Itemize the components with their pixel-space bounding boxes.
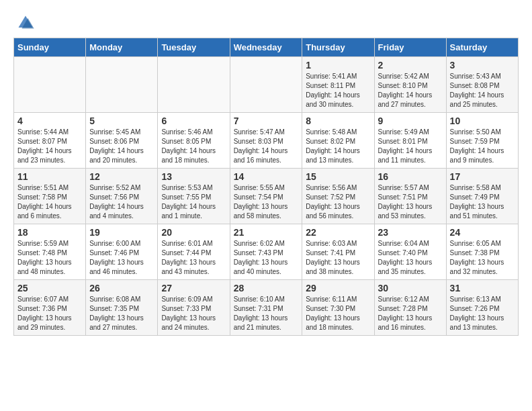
cell-info: Sunrise: 5:56 AMSunset: 7:52 PMDaylight:… [306, 183, 370, 221]
cell-date-number: 17 [450, 171, 515, 182]
weekday-header-wednesday: Wednesday [230, 38, 302, 57]
cell-info: Sunrise: 6:04 AMSunset: 7:40 PMDaylight:… [378, 239, 443, 277]
cell-info: Sunrise: 5:41 AMSunset: 8:11 PMDaylight:… [306, 72, 370, 109]
cell-info: Sunrise: 5:51 AMSunset: 7:58 PMDaylight:… [17, 183, 82, 221]
calendar-cell: 8Sunrise: 5:48 AMSunset: 8:02 PMDaylight… [302, 113, 374, 169]
calendar-cell: 28Sunrise: 6:10 AMSunset: 7:31 PMDayligh… [230, 280, 302, 336]
calendar-cell: 31Sunrise: 6:13 AMSunset: 7:26 PMDayligh… [446, 280, 518, 336]
cell-date-number: 3 [450, 60, 515, 71]
week-row-1: 1Sunrise: 5:41 AMSunset: 8:11 PMDaylight… [14, 57, 519, 113]
calendar-cell: 13Sunrise: 5:53 AMSunset: 7:55 PMDayligh… [158, 169, 230, 224]
calendar-cell: 3Sunrise: 5:43 AMSunset: 8:08 PMDaylight… [446, 57, 518, 113]
cell-date-number: 14 [234, 171, 299, 182]
logo [13, 13, 35, 32]
calendar-cell: 21Sunrise: 6:02 AMSunset: 7:43 PMDayligh… [230, 224, 302, 280]
cell-info: Sunrise: 6:01 AMSunset: 7:44 PMDaylight:… [161, 239, 226, 277]
cell-info: Sunrise: 5:57 AMSunset: 7:51 PMDaylight:… [378, 183, 443, 221]
cell-date-number: 25 [17, 283, 82, 293]
logo-icon [16, 13, 35, 32]
calendar-cell: 10Sunrise: 5:50 AMSunset: 7:59 PMDayligh… [446, 113, 518, 169]
cell-info: Sunrise: 5:55 AMSunset: 7:54 PMDaylight:… [234, 183, 299, 221]
cell-info: Sunrise: 5:49 AMSunset: 8:01 PMDaylight:… [378, 128, 443, 165]
cell-date-number: 26 [89, 283, 154, 293]
cell-date-number: 6 [161, 116, 226, 126]
calendar-cell: 15Sunrise: 5:56 AMSunset: 7:52 PMDayligh… [302, 169, 374, 224]
cell-info: Sunrise: 5:52 AMSunset: 7:56 PMDaylight:… [89, 183, 154, 221]
cell-date-number: 10 [450, 116, 515, 126]
cell-info: Sunrise: 5:43 AMSunset: 8:08 PMDaylight:… [450, 72, 515, 109]
weekday-header-friday: Friday [374, 38, 446, 57]
cell-info: Sunrise: 5:42 AMSunset: 8:10 PMDaylight:… [378, 72, 443, 109]
cell-info: Sunrise: 5:59 AMSunset: 7:48 PMDaylight:… [17, 239, 82, 277]
cell-info: Sunrise: 6:10 AMSunset: 7:31 PMDaylight:… [234, 295, 299, 332]
cell-info: Sunrise: 5:48 AMSunset: 8:02 PMDaylight:… [306, 128, 370, 165]
cell-date-number: 12 [89, 171, 154, 182]
calendar-cell: 19Sunrise: 6:00 AMSunset: 7:46 PMDayligh… [86, 224, 158, 280]
cell-date-number: 19 [89, 227, 154, 238]
cell-date-number: 15 [306, 171, 370, 182]
page-header [13, 13, 519, 32]
cell-info: Sunrise: 6:00 AMSunset: 7:46 PMDaylight:… [89, 239, 154, 277]
cell-info: Sunrise: 5:44 AMSunset: 8:07 PMDaylight:… [17, 128, 82, 165]
calendar-cell: 11Sunrise: 5:51 AMSunset: 7:58 PMDayligh… [14, 169, 86, 224]
cell-info: Sunrise: 6:02 AMSunset: 7:43 PMDaylight:… [234, 239, 299, 277]
calendar-cell [230, 57, 302, 113]
cell-date-number: 11 [17, 171, 82, 182]
cell-info: Sunrise: 5:45 AMSunset: 8:06 PMDaylight:… [89, 128, 154, 165]
calendar-cell: 29Sunrise: 6:11 AMSunset: 7:30 PMDayligh… [302, 280, 374, 336]
cell-info: Sunrise: 6:09 AMSunset: 7:33 PMDaylight:… [161, 295, 226, 332]
cell-info: Sunrise: 5:46 AMSunset: 8:05 PMDaylight:… [161, 128, 226, 165]
calendar-cell: 7Sunrise: 5:47 AMSunset: 8:03 PMDaylight… [230, 113, 302, 169]
calendar-cell: 2Sunrise: 5:42 AMSunset: 8:10 PMDaylight… [374, 57, 446, 113]
calendar-cell: 23Sunrise: 6:04 AMSunset: 7:40 PMDayligh… [374, 224, 446, 280]
week-row-5: 25Sunrise: 6:07 AMSunset: 7:36 PMDayligh… [14, 280, 519, 336]
calendar-cell: 6Sunrise: 5:46 AMSunset: 8:05 PMDaylight… [158, 113, 230, 169]
calendar-cell: 4Sunrise: 5:44 AMSunset: 8:07 PMDaylight… [14, 113, 86, 169]
calendar-cell: 18Sunrise: 5:59 AMSunset: 7:48 PMDayligh… [14, 224, 86, 280]
calendar-table: SundayMondayTuesdayWednesdayThursdayFrid… [13, 38, 519, 336]
calendar-cell: 20Sunrise: 6:01 AMSunset: 7:44 PMDayligh… [158, 224, 230, 280]
calendar-header: SundayMondayTuesdayWednesdayThursdayFrid… [14, 38, 519, 57]
weekday-header-tuesday: Tuesday [158, 38, 230, 57]
cell-info: Sunrise: 5:53 AMSunset: 7:55 PMDaylight:… [161, 183, 226, 221]
cell-info: Sunrise: 5:50 AMSunset: 7:59 PMDaylight:… [450, 128, 515, 165]
weekday-header-thursday: Thursday [302, 38, 374, 57]
cell-date-number: 23 [378, 227, 443, 238]
calendar-cell: 22Sunrise: 6:03 AMSunset: 7:41 PMDayligh… [302, 224, 374, 280]
calendar-cell: 30Sunrise: 6:12 AMSunset: 7:28 PMDayligh… [374, 280, 446, 336]
calendar-cell: 1Sunrise: 5:41 AMSunset: 8:11 PMDaylight… [302, 57, 374, 113]
calendar-cell: 27Sunrise: 6:09 AMSunset: 7:33 PMDayligh… [158, 280, 230, 336]
weekday-row: SundayMondayTuesdayWednesdayThursdayFrid… [14, 38, 519, 57]
cell-date-number: 4 [17, 116, 82, 126]
cell-date-number: 21 [234, 227, 299, 238]
week-row-2: 4Sunrise: 5:44 AMSunset: 8:07 PMDaylight… [14, 113, 519, 169]
cell-info: Sunrise: 5:58 AMSunset: 7:49 PMDaylight:… [450, 183, 515, 221]
cell-date-number: 2 [378, 60, 443, 71]
cell-date-number: 8 [306, 116, 370, 126]
cell-date-number: 20 [161, 227, 226, 238]
cell-info: Sunrise: 6:03 AMSunset: 7:41 PMDaylight:… [306, 239, 370, 277]
cell-date-number: 7 [234, 116, 299, 126]
cell-info: Sunrise: 5:47 AMSunset: 8:03 PMDaylight:… [234, 128, 299, 165]
calendar-cell: 16Sunrise: 5:57 AMSunset: 7:51 PMDayligh… [374, 169, 446, 224]
week-row-4: 18Sunrise: 5:59 AMSunset: 7:48 PMDayligh… [14, 224, 519, 280]
cell-date-number: 24 [450, 227, 515, 238]
cell-info: Sunrise: 6:08 AMSunset: 7:35 PMDaylight:… [89, 295, 154, 332]
cell-info: Sunrise: 6:07 AMSunset: 7:36 PMDaylight:… [17, 295, 82, 332]
weekday-header-monday: Monday [86, 38, 158, 57]
cell-date-number: 30 [378, 283, 443, 293]
cell-date-number: 1 [306, 60, 370, 71]
calendar-cell [86, 57, 158, 113]
cell-date-number: 29 [306, 283, 370, 293]
cell-info: Sunrise: 6:11 AMSunset: 7:30 PMDaylight:… [306, 295, 370, 332]
cell-date-number: 28 [234, 283, 299, 293]
weekday-header-sunday: Sunday [14, 38, 86, 57]
cell-date-number: 31 [450, 283, 515, 293]
calendar-cell: 26Sunrise: 6:08 AMSunset: 7:35 PMDayligh… [86, 280, 158, 336]
cell-date-number: 9 [378, 116, 443, 126]
calendar-body: 1Sunrise: 5:41 AMSunset: 8:11 PMDaylight… [14, 57, 519, 336]
calendar-cell: 5Sunrise: 5:45 AMSunset: 8:06 PMDaylight… [86, 113, 158, 169]
weekday-header-saturday: Saturday [446, 38, 518, 57]
calendar-cell [158, 57, 230, 113]
calendar-cell: 14Sunrise: 5:55 AMSunset: 7:54 PMDayligh… [230, 169, 302, 224]
